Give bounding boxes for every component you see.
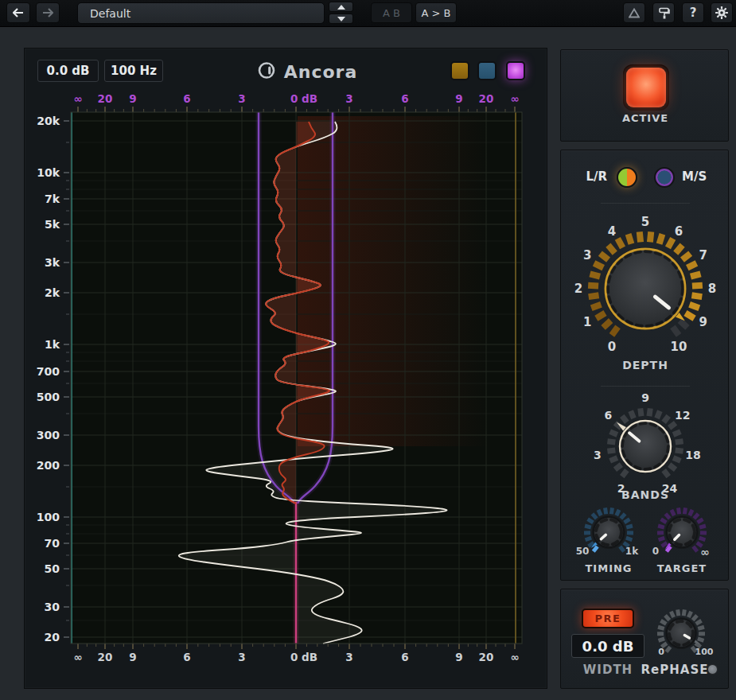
timing-label: TIMING — [577, 562, 641, 574]
gear-icon — [715, 6, 728, 19]
width-panel: PRE 0.0 dB WIDTH 0 100 RePHASE — [560, 589, 729, 689]
svg-text:0 dB: 0 dB — [290, 651, 317, 663]
rephase-max-label: 100 — [693, 647, 715, 657]
svg-text:20: 20 — [479, 92, 494, 105]
svg-text:9: 9 — [455, 92, 462, 105]
preset-spinner — [329, 2, 353, 24]
svg-text:500: 500 — [37, 391, 60, 403]
svg-text:20: 20 — [45, 631, 60, 644]
pre-button[interactable]: PRE — [582, 609, 634, 628]
svg-text:∞: ∞ — [73, 92, 82, 105]
back-arrow-icon — [13, 8, 24, 18]
active-light-bezel — [623, 64, 669, 111]
ms-label: M/S — [682, 169, 717, 184]
bands-label: BANDS — [606, 488, 685, 501]
svg-text:300: 300 — [37, 429, 60, 441]
svg-text:20: 20 — [98, 92, 113, 105]
svg-text:∞: ∞ — [73, 651, 82, 663]
svg-text:20: 20 — [479, 651, 494, 663]
target-label: TARGET — [650, 562, 714, 574]
preset-down-button[interactable] — [329, 14, 353, 24]
help-icon: ? — [690, 6, 697, 20]
target-max-label: ∞ — [695, 546, 715, 558]
svg-text:1: 1 — [583, 315, 591, 329]
svg-text:9: 9 — [129, 651, 136, 663]
help-button[interactable]: ? — [682, 2, 704, 23]
svg-text:1k: 1k — [45, 338, 60, 351]
svg-text:6: 6 — [604, 409, 612, 422]
svg-text:50: 50 — [45, 562, 60, 575]
timing-min-label: 50 — [572, 546, 593, 557]
svg-text:∞: ∞ — [510, 92, 519, 105]
delta-icon — [629, 8, 640, 18]
pre-label: PRE — [595, 612, 621, 624]
svg-text:9: 9 — [699, 315, 707, 329]
lr-toggle[interactable] — [617, 167, 637, 188]
svg-text:6: 6 — [401, 92, 408, 105]
forward-arrow-icon — [42, 8, 53, 18]
preset-selector[interactable]: Default — [77, 2, 325, 24]
preset-forward-button[interactable] — [36, 2, 60, 23]
spectrum-graph[interactable]: ∞∞20209966330 dB0 dB3366992020∞∞20k10k7k… — [25, 49, 548, 690]
svg-text:12: 12 — [675, 409, 690, 422]
svg-text:4: 4 — [608, 224, 616, 239]
preset-up-button[interactable] — [329, 2, 353, 12]
down-arrow-icon — [337, 17, 345, 21]
active-button[interactable] — [626, 68, 666, 107]
preset-name: Default — [90, 7, 130, 20]
svg-text:9: 9 — [129, 92, 136, 105]
theme-button[interactable] — [652, 2, 675, 23]
svg-text:10k: 10k — [37, 166, 60, 179]
up-arrow-icon — [337, 5, 345, 10]
svg-text:5: 5 — [641, 215, 649, 229]
paintbrush-icon — [658, 7, 670, 19]
ab-copy-button[interactable]: A > B — [415, 2, 457, 23]
svg-text:100: 100 — [37, 511, 60, 523]
preset-back-button[interactable] — [6, 2, 30, 23]
timing-max-label: 1k — [621, 546, 642, 557]
svg-text:7k: 7k — [45, 192, 60, 205]
svg-text:3: 3 — [238, 651, 245, 663]
target-min-label: 0 — [645, 546, 666, 557]
svg-text:9: 9 — [641, 391, 649, 404]
svg-text:5k: 5k — [45, 218, 60, 231]
svg-text:0: 0 — [608, 340, 616, 354]
svg-text:700: 700 — [37, 365, 60, 378]
svg-text:0 dB: 0 dB — [290, 92, 317, 105]
delta-button[interactable] — [623, 2, 645, 23]
ms-toggle[interactable] — [654, 167, 675, 188]
rephase-label: RePHASE — [641, 663, 709, 677]
toolbar: Default A B A > B ? — [0, 0, 736, 27]
controls-panel: L/R M/S 012345678910 DEPTH 2369121824 BA… — [560, 150, 729, 581]
ab-compare-button[interactable]: A B — [371, 2, 412, 23]
svg-text:200: 200 — [37, 459, 60, 472]
svg-text:3k: 3k — [45, 256, 60, 269]
svg-text:6: 6 — [183, 92, 190, 105]
ab-copy-label: A > B — [422, 7, 451, 19]
svg-text:3: 3 — [345, 92, 352, 105]
svg-text:3: 3 — [238, 92, 245, 105]
svg-text:20: 20 — [98, 651, 113, 663]
svg-text:9: 9 — [455, 651, 462, 663]
active-label: ACTIVE — [606, 112, 685, 124]
svg-text:3: 3 — [345, 651, 352, 663]
rephase-min-label: 0 — [653, 647, 669, 657]
svg-text:70: 70 — [45, 537, 60, 550]
depth-knob[interactable]: 012345678910 — [570, 213, 721, 364]
svg-text:8: 8 — [708, 282, 716, 296]
divider — [601, 203, 690, 204]
depth-label: DEPTH — [606, 359, 685, 371]
plugin-window: Default A B A > B ? — [0, 0, 736, 700]
width-label: WIDTH — [571, 663, 644, 677]
svg-text:18: 18 — [685, 449, 700, 461]
svg-text:20k: 20k — [37, 115, 60, 127]
svg-text:2k: 2k — [45, 286, 60, 299]
svg-text:6: 6 — [675, 224, 683, 239]
svg-text:3: 3 — [594, 449, 602, 461]
ab-compare-label: A B — [383, 7, 400, 19]
svg-text:7: 7 — [699, 248, 707, 262]
settings-button[interactable] — [711, 2, 733, 23]
width-value: 0.0 dB — [582, 638, 634, 655]
width-readout[interactable]: 0.0 dB — [571, 634, 644, 658]
lr-label: L/R — [572, 169, 607, 184]
